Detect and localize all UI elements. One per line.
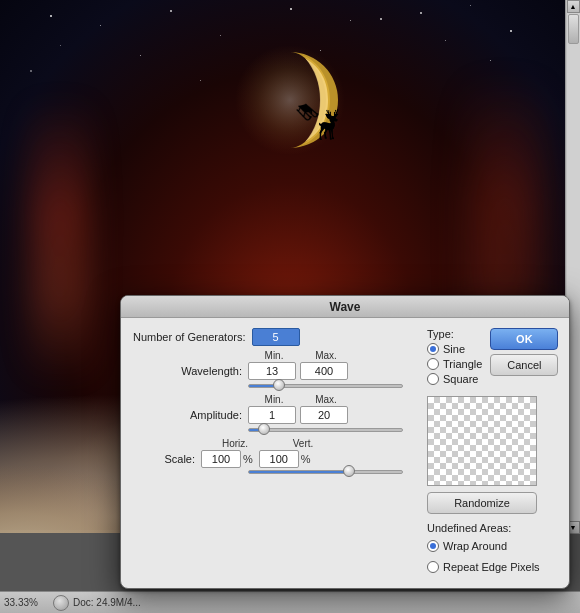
max-header: Max.	[300, 350, 352, 361]
scale-horiz-pct: %	[243, 453, 253, 465]
amplitude-min-input[interactable]	[248, 406, 296, 424]
generators-input[interactable]	[252, 328, 300, 346]
sine-label: Sine	[443, 343, 465, 355]
wavelength-headers: Min. Max.	[133, 350, 415, 361]
amplitude-slider[interactable]	[248, 428, 403, 432]
randomize-button[interactable]: Randomize	[427, 492, 537, 514]
sine-radio[interactable]	[427, 343, 439, 355]
moon	[230, 40, 350, 160]
wave-dialog: Wave Number of Generators: Min. Max. Wa	[120, 295, 570, 589]
ok-cancel-col: OK Cancel	[490, 328, 558, 388]
scale-section: Horiz. Vert. Scale: % %	[133, 438, 415, 474]
canvas-area: 🦌 🛷	[0, 0, 580, 613]
amplitude-headers: Min. Max.	[133, 394, 415, 405]
generators-row: Number of Generators:	[133, 328, 415, 346]
generators-label: Number of Generators:	[133, 331, 252, 343]
amplitude-inputs: Amplitude:	[133, 406, 415, 424]
amplitude-label: Amplitude:	[133, 409, 248, 421]
wavelength-min-input[interactable]	[248, 362, 296, 380]
triangle-label: Triangle	[443, 358, 482, 370]
square-radio-row[interactable]: Square	[427, 373, 482, 385]
scale-slider[interactable]	[248, 470, 403, 474]
ok-button[interactable]: OK	[490, 328, 558, 350]
scale-headers: Horiz. Vert.	[133, 438, 415, 449]
triangle-radio-row[interactable]: Triangle	[427, 358, 482, 370]
status-bar: 33.33% Doc: 24.9M/4...	[0, 591, 580, 613]
triangle-radio[interactable]	[427, 358, 439, 370]
dialog-right-panel: Type: Sine Triangle Square	[427, 328, 557, 576]
status-icon[interactable]	[53, 595, 69, 611]
type-and-buttons: Type: Sine Triangle Square	[427, 328, 557, 388]
repeat-edge-label: Repeat Edge Pixels	[443, 561, 540, 573]
wavelength-section: Min. Max. Wavelength:	[133, 350, 415, 388]
wavelength-slider[interactable]	[248, 384, 403, 388]
amplitude-slider-wrap	[133, 426, 415, 432]
type-section: Type: Sine Triangle Square	[427, 328, 482, 388]
wavelength-slider-wrap	[133, 382, 415, 388]
santa-sleigh: 🛷	[295, 100, 320, 124]
undefined-label: Undefined Areas:	[427, 522, 557, 534]
amplitude-section: Min. Max. Amplitude:	[133, 394, 415, 432]
square-radio[interactable]	[427, 373, 439, 385]
scale-label: Scale:	[133, 453, 201, 465]
vert-header: Vert.	[269, 438, 337, 449]
min-header: Min.	[248, 350, 300, 361]
scale-vert-pct: %	[301, 453, 311, 465]
amplitude-max-input[interactable]	[300, 406, 348, 424]
amp-max-header: Max.	[300, 394, 352, 405]
scale-horiz-wrap: %	[201, 450, 253, 468]
wrap-around-label: Wrap Around	[443, 540, 507, 552]
sine-radio-row[interactable]: Sine	[427, 343, 482, 355]
doc-info: Doc: 24.9M/4...	[73, 597, 141, 608]
dialog-titlebar: Wave	[121, 296, 569, 318]
zoom-level: 33.33%	[4, 597, 49, 608]
dialog-controls: Number of Generators: Min. Max. Waveleng…	[133, 328, 415, 576]
scale-vert-input[interactable]	[259, 450, 299, 468]
scale-inputs: Scale: % %	[133, 450, 415, 468]
repeat-edge-row[interactable]: Repeat Edge Pixels	[427, 561, 557, 573]
wavelength-inputs: Wavelength:	[133, 362, 415, 380]
preview-box	[427, 396, 537, 486]
wrap-around-row[interactable]: Wrap Around	[427, 540, 557, 552]
dialog-body: Number of Generators: Min. Max. Waveleng…	[121, 318, 569, 588]
scale-slider-wrap	[133, 468, 415, 474]
scale-vert-wrap: %	[259, 450, 311, 468]
wavelength-label: Wavelength:	[133, 365, 248, 377]
wavelength-max-input[interactable]	[300, 362, 348, 380]
square-label: Square	[443, 373, 478, 385]
scroll-up-arrow[interactable]: ▲	[567, 0, 580, 13]
horiz-header: Horiz.	[201, 438, 269, 449]
scale-horiz-input[interactable]	[201, 450, 241, 468]
repeat-edge-radio[interactable]	[427, 561, 439, 573]
wrap-around-radio[interactable]	[427, 540, 439, 552]
type-label: Type:	[427, 328, 482, 340]
cancel-button[interactable]: Cancel	[490, 354, 558, 376]
scroll-thumb[interactable]	[568, 14, 579, 44]
aurora-left	[30, 100, 90, 380]
amp-min-header: Min.	[248, 394, 300, 405]
dialog-title: Wave	[330, 300, 361, 314]
